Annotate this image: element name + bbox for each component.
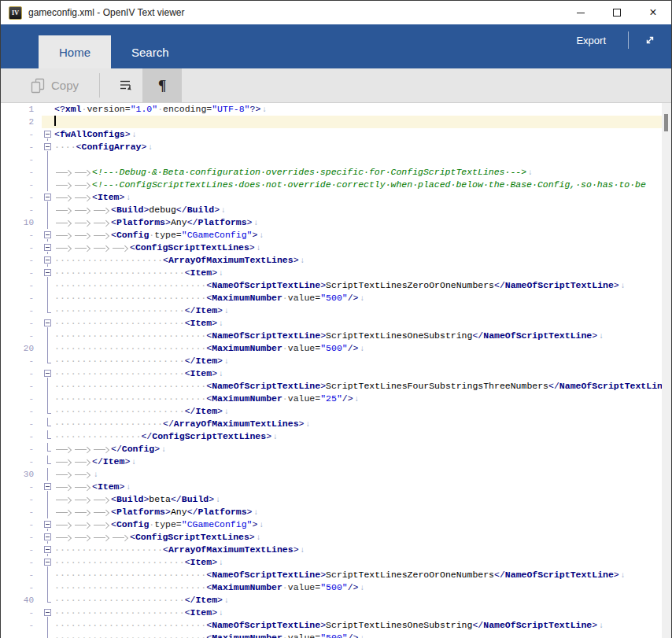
- close-button[interactable]: ×: [635, 1, 671, 24]
- fold-toggle[interactable]: [44, 194, 51, 201]
- tab-home[interactable]: Home: [39, 35, 111, 68]
- code-line[interactable]: 40························</Item>↓: [1, 594, 671, 607]
- code-line[interactable]: -<Item>↓: [1, 481, 671, 493]
- line-number: -: [1, 393, 42, 405]
- line-number: -: [1, 330, 42, 342]
- code-text: <Item>↓: [54, 481, 671, 493]
- fold-toggle[interactable]: [44, 483, 51, 490]
- code-line[interactable]: -························</Item>↓: [1, 355, 671, 367]
- code-line[interactable]: -····························<MaximumNum…: [1, 632, 671, 638]
- code-line[interactable]: -················</ConfigScriptTextLines…: [1, 430, 671, 443]
- code-line[interactable]: 2: [1, 116, 671, 128]
- fold-column: [42, 229, 54, 242]
- code-line[interactable]: -<Config·type="CGameConfig">↓: [1, 518, 671, 531]
- text-editor[interactable]: 1<?xml·version="1.0"·encoding="UTF-8"?>↓…: [1, 103, 671, 638]
- fold-toggle[interactable]: [44, 533, 51, 540]
- code-line[interactable]: -························<Item>↓: [1, 556, 671, 569]
- code-line[interactable]: -</Config>↓: [1, 443, 671, 455]
- minimize-button[interactable]: [563, 1, 599, 24]
- fold-toggle[interactable]: [44, 319, 51, 326]
- word-wrap-button[interactable]: [111, 68, 142, 102]
- code-line[interactable]: -····························<NameOfScri…: [1, 330, 671, 342]
- code-line[interactable]: -: [1, 153, 671, 166]
- line-number: -: [1, 405, 42, 418]
- code-line[interactable]: -····························<NameOfScri…: [1, 380, 671, 393]
- line-break-marker: ↓: [224, 596, 229, 605]
- copy-button[interactable]: Copy: [23, 68, 87, 102]
- code-line[interactable]: -····<ConfigArray>↓: [1, 141, 671, 153]
- line-number: -: [1, 254, 42, 267]
- fold-toggle[interactable]: [44, 559, 51, 566]
- tab-marker: [54, 443, 73, 455]
- fold-column: [42, 443, 54, 455]
- tab-marker: [54, 493, 73, 506]
- line-break-marker: ↓: [528, 168, 533, 177]
- fold-column: [42, 405, 54, 418]
- text-cursor: [54, 116, 56, 126]
- line-number: -: [1, 242, 42, 254]
- fold-toggle[interactable]: [44, 269, 51, 276]
- fold-toggle[interactable]: [44, 231, 51, 238]
- code-line[interactable]: -<!--·Debug·&·Beta·configuration·overrid…: [1, 166, 671, 179]
- fold-toggle[interactable]: [44, 256, 51, 264]
- code-line[interactable]: -····························<MaximumNum…: [1, 581, 671, 594]
- line-break-marker: ↓: [131, 458, 136, 467]
- code-line[interactable]: -<Build>beta</Build>↓: [1, 493, 671, 506]
- code-line[interactable]: -</Item>↓: [1, 455, 671, 468]
- code-line[interactable]: -<Build>debug</Build>↓: [1, 204, 671, 216]
- expand-button[interactable]: [640, 35, 660, 46]
- fold-toggle[interactable]: [44, 143, 51, 150]
- scrollbar-thumb[interactable]: [664, 114, 668, 131]
- code-line[interactable]: -························<Item>↓: [1, 367, 671, 380]
- code-line[interactable]: -····························<NameOfScri…: [1, 279, 671, 292]
- code-line[interactable]: -<fwAllConfigs>↓: [1, 128, 671, 141]
- code-line[interactable]: -····················</ArrayOfMaximumTex…: [1, 418, 671, 430]
- code-line[interactable]: -························</Item>↓: [1, 405, 671, 418]
- code-line[interactable]: -<ConfigScriptTextLines>↓: [1, 531, 671, 544]
- code-line[interactable]: -<Item>↓: [1, 191, 671, 204]
- code-line[interactable]: -<Platforms>Any</Platforms>↓: [1, 506, 671, 518]
- code-text: ····························<NameOfScrip…: [54, 569, 671, 581]
- code-line[interactable]: -····························<MaximumNum…: [1, 393, 671, 405]
- line-break-marker: ↓: [301, 546, 305, 555]
- code-line[interactable]: -<!--·ConfigScriptTextLines·does·not·ove…: [1, 179, 671, 191]
- code-line[interactable]: -<Config·type="CGameConfig">↓: [1, 229, 671, 242]
- fold-toggle[interactable]: [44, 546, 51, 553]
- code-text: [54, 116, 671, 128]
- fold-toggle[interactable]: [44, 131, 51, 138]
- code-line[interactable]: -························<Item>↓: [1, 317, 671, 330]
- maximize-button[interactable]: [599, 1, 635, 24]
- fold-toggle[interactable]: [44, 244, 51, 251]
- show-whitespace-button[interactable]: ¶: [142, 68, 182, 102]
- fold-column: [42, 254, 54, 267]
- fold-toggle[interactable]: [44, 521, 51, 528]
- code-line[interactable]: -····················<ArrayOfMaximumText…: [1, 254, 671, 267]
- code-line[interactable]: -····························<MaximumNum…: [1, 292, 671, 304]
- code-line[interactable]: -····························<NameOfScri…: [1, 569, 671, 581]
- vertical-scrollbar[interactable]: [662, 103, 671, 638]
- code-line[interactable]: -························<Item>↓: [1, 607, 671, 619]
- code-line[interactable]: 10<Platforms>Any</Platforms>↓: [1, 216, 671, 229]
- export-button[interactable]: Export: [565, 35, 617, 46]
- window-title: gameconfig.xml - OpenIV Text viewer: [28, 7, 185, 18]
- tab-marker: [73, 443, 92, 455]
- code-line[interactable]: -····················<ArrayOfMaximumText…: [1, 544, 671, 556]
- space-dots: ····························: [54, 582, 206, 592]
- tab-marker: [73, 166, 92, 179]
- space-dots: ·: [282, 293, 288, 303]
- code-line[interactable]: -························</Item>↓: [1, 304, 671, 317]
- line-number: -: [1, 506, 42, 518]
- fold-toggle[interactable]: [44, 370, 51, 377]
- code-line[interactable]: -<ConfigScriptTextLines>↓: [1, 242, 671, 254]
- space-dots: ····························: [54, 293, 206, 303]
- code-line[interactable]: -························<Item>↓: [1, 267, 671, 279]
- code-line[interactable]: 1<?xml·version="1.0"·encoding="UTF-8"?>↓: [1, 103, 671, 116]
- code-line[interactable]: 30↓: [1, 468, 671, 481]
- code-line[interactable]: 20····························<MaximumNu…: [1, 342, 671, 355]
- tab-marker: [92, 506, 111, 518]
- code-text: ························<Item>↓: [54, 556, 671, 569]
- code-line[interactable]: -····························<NameOfScri…: [1, 619, 671, 632]
- code-text: ························</Item>↓: [54, 355, 671, 367]
- tab-search[interactable]: Search: [111, 35, 190, 68]
- fold-toggle[interactable]: [44, 609, 51, 616]
